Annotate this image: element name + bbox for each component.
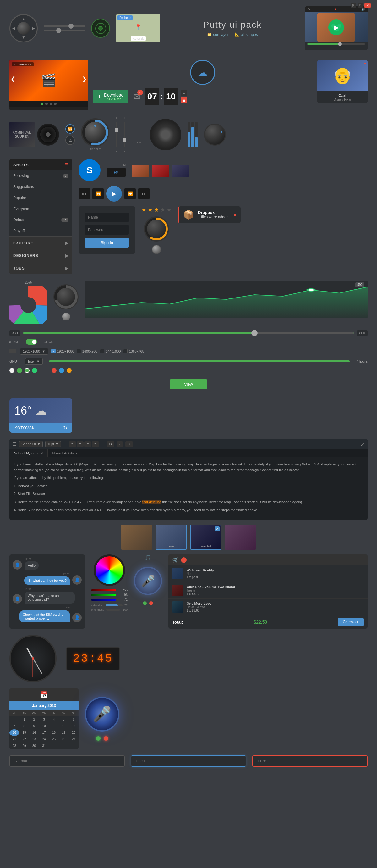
color-dot-green[interactable] bbox=[17, 368, 22, 373]
input-focus[interactable] bbox=[131, 755, 246, 767]
res-check-2[interactable] bbox=[77, 349, 81, 353]
cal-day-27[interactable]: 27 bbox=[69, 736, 78, 743]
star-2[interactable]: ★ bbox=[148, 206, 153, 213]
gpu-bar[interactable] bbox=[49, 361, 350, 362]
volume-ball[interactable] bbox=[152, 245, 161, 254]
cal-day-5[interactable]: 5 bbox=[59, 716, 68, 723]
cal-day-28[interactable]: 28 bbox=[9, 743, 19, 749]
tab-1[interactable]: Nokia FAQ.docx ✕ bbox=[9, 450, 48, 457]
cal-day-7[interactable]: 7 bbox=[9, 723, 19, 729]
carl-heart-icon[interactable]: ♥ bbox=[364, 61, 366, 66]
mail-widget[interactable]: ✉ 12 bbox=[133, 92, 140, 102]
cal-day-19[interactable]: 19 bbox=[59, 729, 68, 736]
cal-day-23[interactable]: 23 bbox=[29, 736, 39, 743]
cal-day-13[interactable]: 13 bbox=[69, 723, 78, 729]
b-slider[interactable] bbox=[91, 599, 116, 601]
checkout-button[interactable]: Checkout bbox=[338, 618, 364, 626]
vslider-1-track[interactable] bbox=[116, 122, 117, 147]
cal-day-9[interactable]: 9 bbox=[29, 723, 39, 729]
clock-down-btn[interactable]: ⏹ bbox=[181, 97, 187, 103]
film-dot-2[interactable] bbox=[45, 102, 48, 105]
small-knob[interactable] bbox=[204, 124, 226, 146]
color-dot-lime[interactable] bbox=[32, 368, 37, 373]
cal-day-29[interactable]: 29 bbox=[19, 743, 29, 749]
sidebar-section-explore[interactable]: EXPLORE ▶ bbox=[9, 237, 72, 249]
cal-day-1[interactable]: 1 bbox=[19, 716, 29, 723]
film-dot-1[interactable] bbox=[41, 102, 43, 105]
cal-day-21[interactable]: 21 bbox=[9, 736, 19, 743]
range-thumb[interactable] bbox=[251, 330, 258, 336]
color-dot-red[interactable] bbox=[52, 368, 57, 373]
align-center-btn[interactable]: ≡ bbox=[77, 441, 83, 447]
play-button[interactable]: ▶ bbox=[328, 20, 344, 35]
img-thumb-4[interactable] bbox=[225, 525, 256, 550]
tab-1-close[interactable]: ✕ bbox=[40, 452, 43, 455]
cal-day-11[interactable]: 11 bbox=[49, 723, 59, 729]
cal-day-31[interactable]: 31 bbox=[39, 743, 49, 749]
cal-day-12[interactable]: 12 bbox=[59, 723, 68, 729]
cal-day-22[interactable]: 22 bbox=[19, 736, 29, 743]
sidebar-item-everyone[interactable]: Everyone bbox=[9, 204, 72, 215]
color-dot-orange[interactable] bbox=[67, 368, 72, 373]
download-button[interactable]: ⬇ Download 236.56 Mb bbox=[93, 90, 129, 103]
align-left-btn[interactable]: ≡ bbox=[69, 441, 76, 447]
center-knob-ball[interactable] bbox=[62, 313, 70, 320]
thumb-2[interactable] bbox=[152, 165, 169, 177]
heart-icon[interactable]: ♥ bbox=[335, 7, 337, 11]
star-4[interactable]: ★ bbox=[160, 206, 165, 213]
settings-icon[interactable]: ⚙ bbox=[307, 7, 310, 11]
rewind-btn[interactable]: ⏪ bbox=[92, 188, 104, 199]
dropbox-close-icon[interactable]: ● bbox=[233, 212, 237, 218]
slider-thumb-1[interactable] bbox=[68, 24, 73, 29]
film-dot-4[interactable] bbox=[54, 102, 57, 105]
sort-layer-link[interactable]: 📁 sort layer bbox=[207, 32, 229, 37]
clock-up-btn[interactable]: ▲ bbox=[181, 90, 187, 96]
volume-icon[interactable]: 🔊 bbox=[361, 7, 365, 11]
cal-day-25[interactable]: 25 bbox=[49, 736, 59, 743]
film-nav-right[interactable]: ❯ bbox=[82, 75, 87, 83]
sidebar-item-debuts[interactable]: Debuts 14 bbox=[9, 215, 72, 225]
view-button[interactable]: View bbox=[170, 379, 207, 389]
name-input[interactable] bbox=[85, 213, 129, 222]
cal-day-26[interactable]: 26 bbox=[59, 736, 68, 743]
bold-btn[interactable]: B bbox=[107, 441, 114, 447]
cal-day-14[interactable]: 14 bbox=[29, 729, 39, 736]
cal-day-30[interactable]: 30 bbox=[29, 743, 39, 749]
mic-big-widget[interactable]: 🎤 bbox=[85, 697, 119, 732]
password-input[interactable] bbox=[85, 225, 129, 235]
progress-bar[interactable] bbox=[307, 43, 365, 45]
font-select[interactable]: Segoe UI ▼ bbox=[19, 441, 43, 447]
joystick-widget[interactable]: ▲ ▼ ◀ ▶ bbox=[9, 14, 38, 42]
thumb-1[interactable] bbox=[132, 165, 149, 177]
sidebar-item-suggestions[interactable]: Suggestions bbox=[9, 182, 72, 192]
sidebar-section-designers[interactable]: DESIGNERS ▶ bbox=[9, 249, 72, 262]
fullscreen-icon[interactable]: ⤢ bbox=[361, 441, 365, 447]
volume-knob[interactable] bbox=[144, 216, 169, 242]
menu-icon[interactable]: ☰ bbox=[12, 441, 16, 446]
vslider-1-thumb[interactable] bbox=[115, 128, 118, 132]
play-pause-btn[interactable]: ▶ bbox=[106, 186, 122, 202]
film-nav-left[interactable]: ❮ bbox=[11, 75, 15, 83]
all-shapes-link[interactable]: 📐 all shapes bbox=[235, 32, 258, 37]
cal-day-8[interactable]: 8 bbox=[19, 723, 29, 729]
cal-day-24[interactable]: 24 bbox=[39, 736, 49, 743]
repeat-btn[interactable]: 🔁 bbox=[65, 124, 75, 134]
cal-day-10[interactable]: 10 bbox=[39, 723, 49, 729]
forward-btn[interactable]: ⏩ bbox=[125, 188, 136, 199]
sidebar-item-popular[interactable]: Popular bbox=[9, 192, 72, 204]
slider-thumb-2[interactable] bbox=[56, 28, 61, 33]
vslider-2-track[interactable] bbox=[124, 122, 125, 147]
prev-btn[interactable]: ⏮ bbox=[78, 188, 90, 199]
range-track-green[interactable] bbox=[23, 332, 353, 334]
resolution-select[interactable]: 1920x1080 ▼ bbox=[20, 348, 48, 355]
signin-button[interactable]: Sign in bbox=[85, 238, 129, 248]
res-check-4[interactable] bbox=[123, 349, 128, 353]
align-right-btn[interactable]: ≡ bbox=[84, 441, 91, 447]
star-1[interactable]: ★ bbox=[141, 206, 146, 213]
cal-day-17[interactable]: 17 bbox=[39, 729, 49, 736]
img-thumb-1[interactable] bbox=[121, 525, 152, 550]
currency-toggle[interactable] bbox=[26, 339, 37, 345]
res-check-3[interactable] bbox=[100, 349, 104, 353]
next-btn[interactable]: ⏭ bbox=[138, 188, 149, 199]
color-wheel[interactable] bbox=[94, 554, 125, 586]
